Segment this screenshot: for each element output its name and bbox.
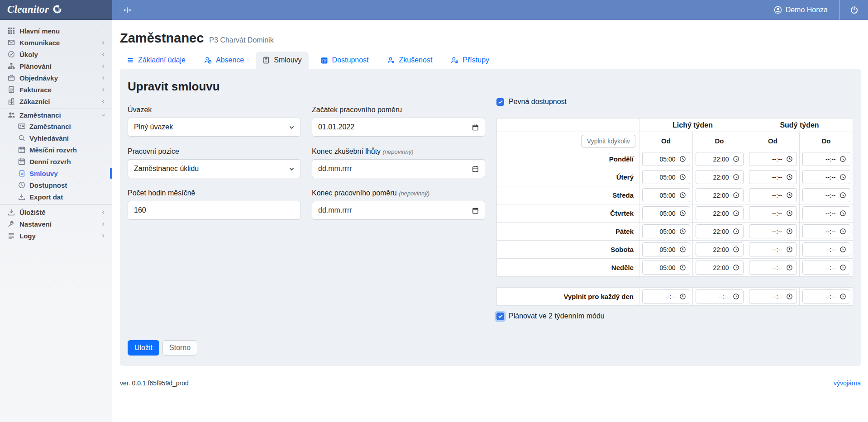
user-avatar-icon [774,6,782,14]
time-input[interactable]: 05:00 [642,206,690,220]
od-header: Od [746,132,800,150]
table-row: Úterý 05:00 22:00 --:-- --:-- [497,168,853,186]
pozice-select[interactable]: Zaměstnanec úklidu [128,159,301,178]
logo-area: Cleanitor [0,0,112,20]
time-input[interactable]: --:-- [749,289,797,303]
sidebar-item-komunikace[interactable]: Komunikace [0,37,112,48]
clock-icon [679,156,686,162]
zkusebni-label: Konec zkušební lhůty (nepovinný) [312,147,485,156]
time-input[interactable]: --:-- [749,170,797,184]
sidebar-item-ukoly[interactable]: Úkoly [0,48,112,60]
time-input[interactable]: --:-- [749,152,797,166]
clock-icon [733,174,739,180]
sidebar-item-zamestnanci[interactable]: Zaměstnanci [0,109,112,120]
time-input[interactable]: --:-- [749,242,797,256]
cancel-button[interactable]: Storno [162,340,197,356]
dev-link[interactable]: vývojárna [834,379,861,387]
time-input[interactable]: --:-- [802,152,850,166]
sidebar-item-uloziste[interactable]: Úložiště [0,206,112,218]
sidebar-subitem-zamestnanci[interactable]: Zaměstnanci [0,120,112,132]
hodiny-input[interactable] [128,201,301,220]
time-input[interactable]: --:-- [802,170,850,184]
chevron-left-icon [101,87,106,92]
sidebar-item-logy[interactable]: Logy [0,230,112,242]
calendar-icon [17,146,26,153]
clock-icon [733,192,739,199]
time-input[interactable]: 22:00 [696,188,744,202]
fill-all-label: Vyplnit pro každý den [497,288,639,306]
time-input[interactable]: --:-- [642,289,690,303]
save-button[interactable]: Uložit [128,340,159,356]
user-menu[interactable]: Demo Honza [774,6,828,14]
time-input[interactable]: 22:00 [696,242,744,256]
do-header: Do [800,132,853,150]
fixed-availability-checkbox[interactable] [496,98,504,106]
form-actions: Uložit Storno [128,340,197,356]
pozice-label: Pracovní pozice [128,147,301,156]
page-title: Zaměstnanec [120,31,204,46]
time-input[interactable]: 22:00 [696,152,744,166]
contract-icon [17,170,26,177]
sidebar-subitem-mesicni-rozvrh[interactable]: Měsíční rozvrh [0,144,112,156]
clock-icon [17,181,26,189]
time-input[interactable]: 22:00 [696,206,744,220]
time-input[interactable]: --:-- [749,188,797,202]
time-input[interactable]: 05:00 [642,170,690,184]
time-input[interactable]: --:-- [749,206,797,220]
time-input[interactable]: 22:00 [696,170,744,184]
time-input[interactable]: --:-- [802,206,850,220]
sidebar-subitem-vyhledavani[interactable]: Vyhledávání [0,132,112,144]
konec-label: Konec pracovního poměru (nepovinný) [312,189,485,197]
sidebar-item-objednavky[interactable]: Objednávky [0,72,112,84]
time-input[interactable]: --:-- [802,289,850,303]
sidebar-item-fakturace[interactable]: Fakturace [0,84,112,95]
two-week-mode-checkbox[interactable] [496,313,504,320]
day-label: Úterý [497,168,639,186]
clock-icon [786,228,793,235]
time-input[interactable]: 05:00 [642,152,690,166]
sidebar-item-planovani[interactable]: Plánování [0,60,112,72]
clock-icon [839,293,846,300]
tab-absence[interactable]: Absence [197,52,251,69]
clock-icon [733,210,739,217]
fill-anytime-button[interactable]: Vyplnit kdykoliv [582,135,635,147]
time-input[interactable]: --:-- [696,289,744,303]
time-input[interactable]: --:-- [802,224,850,238]
day-label: Pondělí [497,150,639,168]
zacatek-date-input[interactable]: 01.01.2022 [312,118,485,137]
time-input[interactable]: 05:00 [642,242,690,256]
time-input[interactable]: --:-- [749,224,797,238]
time-input[interactable]: --:-- [802,188,850,202]
zkusebni-date-input[interactable]: dd.mm.rrrr [312,159,485,178]
chevron-left-icon [101,99,106,104]
uvazek-select[interactable]: Plný úvazek [128,118,301,137]
sidebar-toggle-icon[interactable] [124,6,131,14]
time-input[interactable]: 22:00 [696,261,744,275]
time-input[interactable]: 05:00 [642,188,690,202]
logout-power-icon[interactable] [840,0,868,20]
konec-date-input[interactable]: dd.mm.rrrr [312,201,485,220]
check-circle-icon [6,51,16,58]
time-input[interactable]: 22:00 [696,224,744,238]
tab-pristupy[interactable]: Přístupy [444,52,496,69]
time-input[interactable]: --:-- [802,242,850,256]
sidebar-subitem-export-dat[interactable]: Export dat [0,191,112,203]
time-input[interactable]: 05:00 [642,261,690,275]
sidebar-item-zakaznici[interactable]: Zákazníci [0,95,112,107]
tab-smlouvy[interactable]: Smlouvy [256,52,308,69]
page-header: Zaměstnanec P3 Charvát Dominik [120,31,861,46]
main-content: Zaměstnanec P3 Charvát Dominik Základní … [112,20,868,422]
sidebar-subitem-denni-rozvrh[interactable]: Denní rozvrh [0,156,112,167]
tab-zkusenost[interactable]: Zkušenost [381,52,439,69]
sidebar-subitem-dostupnost[interactable]: Dostupnost [0,179,112,191]
tab-dostupnost[interactable]: Dostupnost [314,52,376,69]
table-row: Pondělí 05:00 22:00 --:-- --:-- [497,150,853,168]
sidebar-submenu: Zaměstnanci Vyhledávání Měsíční rozvrh D… [0,120,112,205]
tab-zakladni-udaje[interactable]: Základní údaje [120,52,192,69]
time-input[interactable]: --:-- [802,261,850,275]
sidebar-item-hlavni-menu[interactable]: Hlavní menu [0,25,112,37]
sidebar-subitem-smlouvy[interactable]: Smlouvy [0,167,112,179]
sidebar-item-nastaveni[interactable]: Nastavení [0,218,112,230]
time-input[interactable]: 05:00 [642,224,690,238]
time-input[interactable]: --:-- [749,261,797,275]
